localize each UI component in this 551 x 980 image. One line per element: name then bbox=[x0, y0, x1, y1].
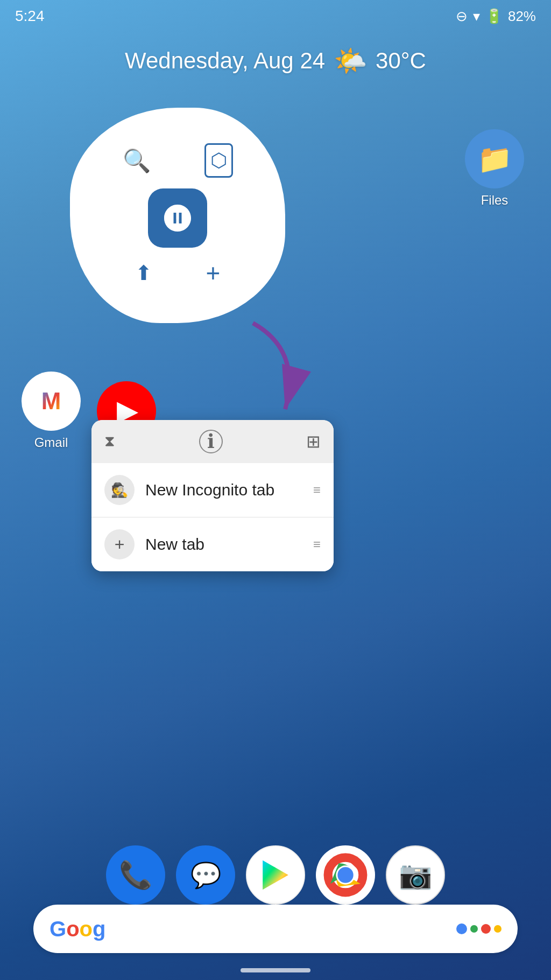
date-label: Wednesday, Aug 24 bbox=[125, 48, 325, 74]
dot-red bbox=[481, 924, 491, 934]
google-assistant-dots bbox=[456, 923, 501, 934]
status-time: 5:24 bbox=[15, 8, 45, 25]
files-label: Files bbox=[481, 193, 508, 208]
incognito-hat-icon: 🕵 bbox=[111, 482, 128, 499]
chrome-app[interactable] bbox=[316, 845, 375, 905]
gmail-m-logo: M bbox=[41, 388, 61, 415]
incognito-icon: 🕵 bbox=[104, 475, 135, 505]
google-logo: Goog bbox=[50, 917, 105, 941]
phone-app[interactable]: 📞 bbox=[106, 845, 165, 905]
plus-icon: + bbox=[115, 535, 125, 555]
weather-icon: 🌤️ bbox=[334, 45, 367, 76]
battery-percent: 82% bbox=[508, 8, 536, 25]
add-icon[interactable]: + bbox=[206, 258, 221, 288]
drag-handle-icon-2: ≡ bbox=[313, 537, 321, 552]
files-app[interactable]: 📁 Files bbox=[465, 129, 524, 208]
arrow-annotation bbox=[237, 318, 323, 428]
grid-icon[interactable]: ⊞ bbox=[306, 431, 321, 452]
info-icon[interactable]: ℹ bbox=[199, 430, 223, 453]
svg-marker-1 bbox=[263, 860, 288, 890]
camera-icon[interactable]: ⬡ bbox=[204, 143, 233, 178]
search-icon[interactable]: 🔍 bbox=[123, 148, 151, 174]
share-icon[interactable]: ⬆ bbox=[135, 261, 152, 285]
dot-yellow bbox=[494, 925, 501, 933]
temperature-label: 30°C bbox=[376, 48, 426, 74]
dnd-icon: ⊖ bbox=[456, 8, 468, 25]
camera-app[interactable]: 📷 bbox=[386, 845, 445, 905]
widget-top-row: 🔍 ⬡ bbox=[123, 143, 233, 178]
new-tab-icon: + bbox=[104, 529, 135, 559]
incognito-tab-label: New Incognito tab bbox=[145, 481, 302, 499]
google-lens-button[interactable] bbox=[148, 188, 207, 248]
widget-bottom-row: ⬆ + bbox=[135, 258, 221, 288]
gmail-icon[interactable]: M bbox=[22, 372, 81, 431]
messages-app[interactable]: 💬 bbox=[176, 845, 235, 905]
phone-icon: 📞 bbox=[119, 859, 152, 891]
context-menu-header: ⧗ ℹ ⊞ bbox=[91, 420, 334, 463]
camera-lens-icon: 📷 bbox=[399, 859, 432, 891]
dot-green bbox=[470, 925, 478, 933]
date-weather: Wednesday, Aug 24 🌤️ 30°C bbox=[0, 45, 551, 76]
battery-icon: 🔋 bbox=[485, 8, 503, 25]
context-menu: ⧗ ℹ ⊞ 🕵 New Incognito tab ≡ + New tab ≡ bbox=[91, 420, 334, 571]
files-icon[interactable]: 📁 bbox=[465, 129, 524, 188]
drag-handle-icon: ≡ bbox=[313, 482, 321, 498]
nav-indicator bbox=[241, 968, 310, 972]
google-widget: 🔍 ⬡ ⬆ + bbox=[70, 108, 285, 323]
play-store-app[interactable] bbox=[246, 845, 305, 905]
dot-blue bbox=[456, 923, 467, 934]
new-tab-item[interactable]: + New tab ≡ bbox=[91, 517, 334, 571]
gmail-app[interactable]: M Gmail bbox=[22, 372, 81, 450]
svg-point-5 bbox=[337, 867, 353, 883]
new-tab-label: New tab bbox=[145, 535, 302, 554]
hourglass-icon: ⧗ bbox=[104, 433, 115, 451]
wifi-icon: ▾ bbox=[473, 8, 480, 25]
new-incognito-tab-item[interactable]: 🕵 New Incognito tab ≡ bbox=[91, 463, 334, 517]
gmail-label: Gmail bbox=[34, 435, 68, 450]
search-bar[interactable]: Goog bbox=[33, 905, 518, 953]
messages-icon: 💬 bbox=[190, 860, 221, 890]
status-bar: 5:24 ⊖ ▾ 🔋 82% bbox=[0, 0, 551, 29]
bottom-dock: 📞 💬 bbox=[106, 845, 445, 905]
status-icons: ⊖ ▾ 🔋 82% bbox=[456, 8, 536, 25]
